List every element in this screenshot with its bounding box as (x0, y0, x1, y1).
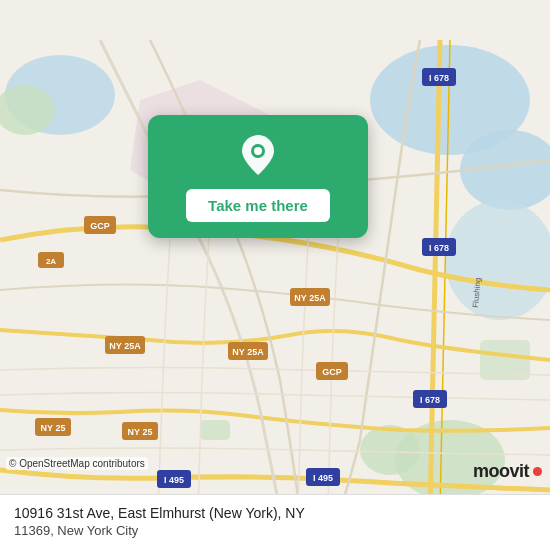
svg-point-3 (445, 200, 550, 320)
map-container: I 678 I 678 I 678 GCP GCP NY 25A NY 25A … (0, 0, 550, 550)
bottom-info-bar: 10916 31st Ave, East Elmhurst (New York)… (0, 494, 550, 550)
svg-point-6 (360, 425, 420, 475)
svg-text:I 495: I 495 (164, 475, 184, 485)
city-line: 11369, New York City (14, 523, 536, 538)
moovit-brand-text: moovit (473, 461, 529, 482)
osm-text: © OpenStreetMap contributors (9, 458, 145, 469)
take-me-there-button[interactable]: Take me there (186, 189, 330, 222)
popup-card: Take me there (148, 115, 368, 238)
svg-point-40 (254, 147, 262, 155)
svg-text:NY 25: NY 25 (41, 423, 66, 433)
svg-text:GCP: GCP (322, 367, 342, 377)
svg-text:I 495: I 495 (313, 473, 333, 483)
svg-text:NY 25A: NY 25A (294, 293, 326, 303)
svg-text:2A: 2A (46, 257, 56, 266)
svg-text:I 678: I 678 (429, 243, 449, 253)
svg-text:GCP: GCP (90, 221, 110, 231)
svg-text:I 678: I 678 (429, 73, 449, 83)
moovit-logo: moovit (473, 461, 542, 482)
location-pin-icon (236, 133, 280, 177)
svg-rect-7 (200, 420, 230, 440)
svg-text:I 678: I 678 (420, 395, 440, 405)
osm-credit: © OpenStreetMap contributors (6, 457, 148, 470)
moovit-logo-dot (533, 467, 542, 476)
svg-text:NY 25A: NY 25A (109, 341, 141, 351)
address-line: 10916 31st Ave, East Elmhurst (New York)… (14, 505, 536, 521)
svg-text:NY 25: NY 25 (128, 427, 153, 437)
svg-text:NY 25A: NY 25A (232, 347, 264, 357)
